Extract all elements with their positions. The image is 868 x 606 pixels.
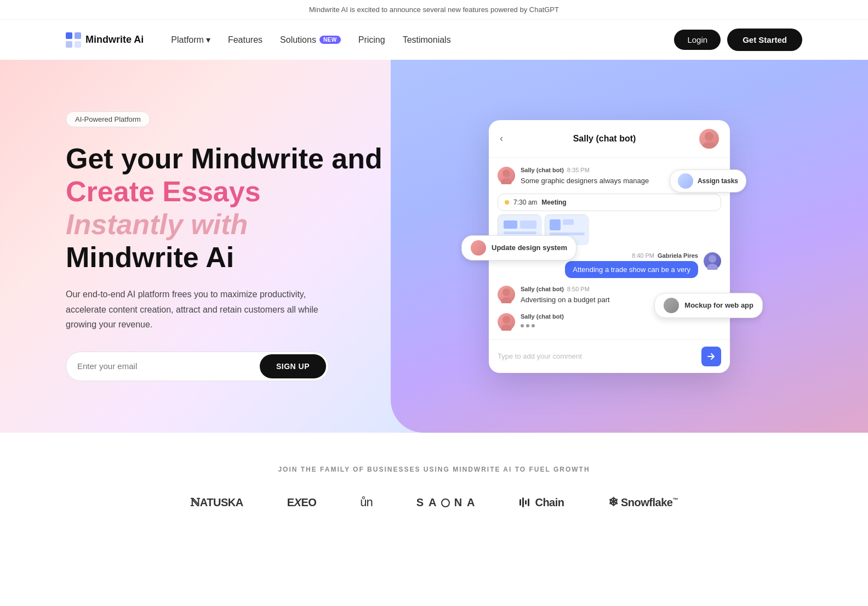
chat-back-button[interactable]: ‹ xyxy=(500,133,503,144)
hero-title-pink: Create Essays Instantly with xyxy=(66,175,261,240)
navbar: Mindwrite Ai Platform ▾ Features Solutio… xyxy=(0,20,868,60)
typing-indicator xyxy=(521,322,721,330)
nav-platform[interactable]: Platform ▾ xyxy=(171,35,210,45)
partner-chain: Chain xyxy=(519,496,564,509)
meeting-dot xyxy=(505,200,509,205)
svg-point-4 xyxy=(705,132,713,141)
hero-right: Assign tasks Update design system Mockup… xyxy=(416,120,802,373)
svg-point-21 xyxy=(501,297,512,303)
avatar xyxy=(704,252,721,270)
svg-point-6 xyxy=(502,169,510,177)
svg-point-19 xyxy=(707,264,718,270)
announcement-bar: Mindwrite AI is excited to announce seve… xyxy=(0,0,868,20)
meeting-bubble: 7:30 am Meeting xyxy=(498,194,721,211)
nav-features[interactable]: Features xyxy=(228,35,262,45)
svg-point-18 xyxy=(709,255,716,263)
hero-title: Get your Mindwrite and Create Essays Ins… xyxy=(66,143,384,274)
svg-rect-9 xyxy=(504,220,517,229)
hero-title-line1: Get your Mindwrite and xyxy=(66,143,382,174)
svg-rect-3 xyxy=(75,41,81,48)
announcement-text: Mindwrite AI is excited to announce seve… xyxy=(309,5,559,14)
svg-rect-0 xyxy=(66,32,72,39)
chevron-down-icon: ▾ xyxy=(206,35,210,45)
avatar xyxy=(498,313,515,331)
svg-rect-10 xyxy=(520,220,536,229)
partners-label: JOIN THE FAMILY OF BUSINESSES USING MIND… xyxy=(66,466,802,473)
logo-icon xyxy=(66,32,81,48)
avatar xyxy=(498,167,515,184)
message-bubble-blue: Attending a trade show can be a very xyxy=(565,261,698,278)
hero-content: AI-Powered Platform Get your Mindwrite a… xyxy=(0,78,868,414)
login-button[interactable]: Login xyxy=(674,30,721,50)
update-design-badge: Update design system xyxy=(461,235,576,260)
nav-pricing[interactable]: Pricing xyxy=(358,35,385,45)
svg-point-22 xyxy=(502,316,510,324)
get-started-button[interactable]: Get Started xyxy=(727,29,802,51)
partner-saona: S A N A xyxy=(416,496,476,509)
partner-natuska: ℕATUSKA xyxy=(190,496,243,509)
partner-exeo: EXEO xyxy=(287,496,317,509)
avatar xyxy=(498,286,515,303)
svg-rect-15 xyxy=(563,219,574,225)
partners-logos: ℕATUSKA EXEO ůn S A N A Chain ❄ Sno xyxy=(66,495,802,509)
nav-testimonials[interactable]: Testimonials xyxy=(403,35,451,45)
logo[interactable]: Mindwrite Ai xyxy=(66,32,144,48)
chat-header: ‹ Sally (chat bot) xyxy=(489,120,730,158)
mockup-for-web-app-badge: Mockup for web app xyxy=(654,293,763,318)
chat-header-avatar xyxy=(699,129,719,149)
svg-rect-14 xyxy=(550,219,561,230)
svg-rect-2 xyxy=(66,41,72,48)
nav-right: Login Get Started xyxy=(674,29,802,51)
logo-text: Mindwrite Ai xyxy=(85,34,144,46)
hero-left: AI-Powered Platform Get your Mindwrite a… xyxy=(66,111,384,381)
svg-rect-1 xyxy=(75,32,81,39)
partner-un: ůn xyxy=(360,495,372,509)
hero-section: AI-Powered Platform Get your Mindwrite a… xyxy=(0,60,868,433)
nav-solutions[interactable]: Solutions NEW xyxy=(280,35,341,45)
chat-title: Sally (chat bot) xyxy=(510,134,699,144)
email-input[interactable] xyxy=(77,355,260,377)
signup-button[interactable]: SIGN UP xyxy=(260,354,326,378)
svg-point-23 xyxy=(501,325,512,331)
hero-form: SIGN UP xyxy=(66,352,329,381)
assign-tasks-badge: Assign tasks xyxy=(670,169,746,192)
svg-rect-11 xyxy=(504,231,536,234)
nav-links: Platform ▾ Features Solutions NEW Pricin… xyxy=(171,35,652,45)
solutions-badge-new: NEW xyxy=(319,36,341,44)
hero-description: Our end-to-end AI platform frees you to … xyxy=(66,287,329,332)
chat-comment-input[interactable]: Type to add your comment xyxy=(498,352,696,360)
svg-point-7 xyxy=(501,178,512,184)
chat-send-button[interactable] xyxy=(701,347,721,366)
svg-point-20 xyxy=(502,288,510,296)
svg-point-5 xyxy=(703,142,716,149)
chat-footer: Type to add your comment xyxy=(489,339,730,373)
partners-section: JOIN THE FAMILY OF BUSINESSES USING MIND… xyxy=(0,433,868,542)
partner-snowflake: ❄ Snowflake™ xyxy=(608,495,678,509)
ai-badge: AI-Powered Platform xyxy=(66,111,150,127)
